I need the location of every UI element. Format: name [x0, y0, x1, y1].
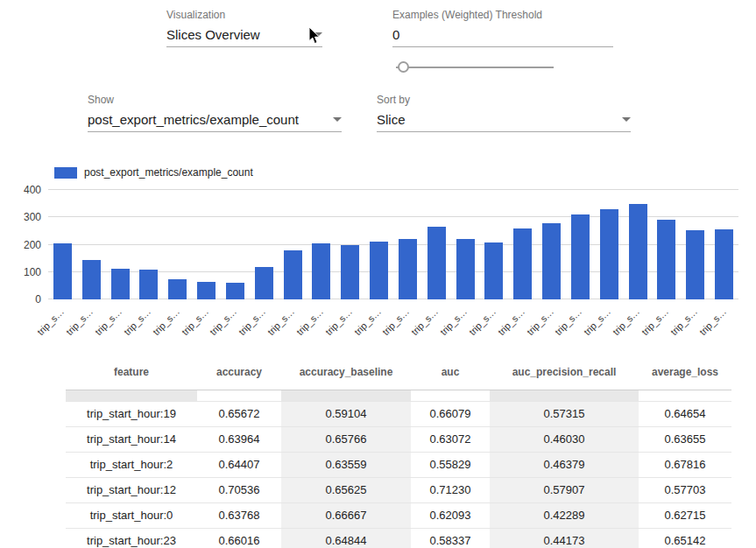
table-row[interactable]: trip_start_hour:190.656720.591040.660790… — [66, 402, 731, 427]
show-control: Show post_export_metrics/example_count — [88, 94, 342, 132]
filter-cell — [411, 390, 490, 401]
table-row[interactable]: trip_start_hour:230.660160.648440.583370… — [66, 529, 731, 548]
threshold-value: 0 — [392, 27, 399, 42]
y-axis-tick-label: 0 — [6, 293, 41, 306]
column-header-accuracy_baseline[interactable]: accuracy_baseline — [281, 355, 411, 390]
column-header-feature[interactable]: feature — [66, 355, 197, 390]
bar[interactable] — [82, 260, 101, 299]
metric-cell: 0.66667 — [281, 503, 411, 528]
filter-cell — [281, 390, 411, 401]
metric-cell: 0.42289 — [490, 503, 639, 528]
metric-cell: 0.46030 — [490, 427, 639, 452]
table-body: trip_start_hour:190.656720.591040.660790… — [66, 402, 731, 548]
bar[interactable] — [341, 245, 359, 300]
chevron-down-icon — [622, 117, 631, 122]
filter-cell — [490, 390, 639, 401]
feature-cell: trip_start_hour:12 — [66, 478, 197, 502]
bar[interactable] — [226, 283, 244, 299]
metric-cell: 0.62715 — [639, 503, 731, 528]
y-axis-tick-label: 300 — [6, 211, 41, 223]
chart-plot: 0100200300400trip_s…trip_s…trip_s…trip_s… — [48, 190, 738, 299]
threshold-label: Examples (Weighted) Threshold — [392, 9, 613, 21]
chevron-down-icon — [314, 32, 322, 37]
table-row[interactable]: trip_start_hour:120.705360.656250.712300… — [66, 478, 731, 503]
sort-by-control: Sort by Slice — [377, 94, 631, 132]
threshold-control: Examples (Weighted) Threshold 0 — [392, 9, 613, 47]
bar[interactable] — [600, 209, 618, 299]
chevron-down-icon — [333, 117, 342, 122]
bar[interactable] — [284, 250, 302, 299]
metric-cell: 0.55829 — [411, 453, 490, 477]
feature-cell: trip_start_hour:2 — [66, 453, 197, 477]
slider-track[interactable] — [396, 67, 554, 68]
column-header-accuracy[interactable]: accuracy — [197, 355, 281, 390]
table-row[interactable]: trip_start_hour:140.639640.657660.630720… — [66, 427, 731, 453]
bar[interactable] — [168, 279, 187, 299]
gridline — [48, 189, 738, 190]
table-filter-row — [66, 390, 731, 402]
visualization-label: Visualization — [166, 9, 322, 21]
metric-cell: 0.65672 — [197, 402, 281, 426]
metric-cell: 0.70536 — [197, 478, 281, 502]
table-header-row: featureaccuracyaccuracy_baselineaucauc_p… — [66, 355, 731, 390]
bar[interactable] — [53, 243, 72, 299]
metric-cell: 0.66079 — [411, 402, 490, 426]
sort-by-dropdown[interactable]: Slice — [377, 112, 631, 132]
metric-cell: 0.64407 — [197, 453, 281, 477]
metric-cell: 0.64844 — [281, 529, 411, 548]
bar[interactable] — [399, 239, 417, 299]
metric-cell: 0.65142 — [639, 529, 731, 548]
bar[interactable] — [629, 204, 647, 299]
metric-cell: 0.63768 — [197, 503, 281, 528]
visualization-value: Slices Overview — [166, 27, 260, 42]
bar[interactable] — [427, 227, 446, 299]
bar[interactable] — [197, 282, 215, 299]
feature-cell: trip_start_hour:14 — [66, 427, 197, 452]
y-axis-tick-label: 400 — [6, 184, 41, 196]
metric-cell: 0.57315 — [490, 402, 639, 426]
bar[interactable] — [484, 242, 503, 299]
show-dropdown[interactable]: post_export_metrics/example_count — [88, 112, 342, 132]
bar[interactable] — [513, 228, 532, 299]
bar[interactable] — [139, 270, 158, 299]
metric-cell: 0.57703 — [639, 478, 731, 502]
metric-cell: 0.67816 — [639, 453, 731, 477]
filter-cell — [197, 390, 281, 401]
column-header-average_loss[interactable]: average_loss — [639, 355, 731, 390]
show-label: Show — [88, 94, 342, 106]
metric-cell: 0.63072 — [411, 427, 490, 452]
bar[interactable] — [686, 230, 704, 299]
metric-cell: 0.59104 — [281, 402, 411, 426]
threshold-slider[interactable] — [396, 61, 554, 74]
metric-cell: 0.63559 — [281, 453, 411, 477]
table-row[interactable]: trip_start_hour:20.644070.635590.558290.… — [66, 453, 731, 478]
column-header-auc[interactable]: auc — [411, 355, 490, 390]
visualization-dropdown[interactable]: Slices Overview — [166, 27, 322, 47]
metric-cell: 0.65625 — [281, 478, 411, 502]
metric-cell: 0.63964 — [197, 427, 281, 452]
bar[interactable] — [657, 220, 675, 299]
bar[interactable] — [542, 223, 561, 299]
feature-cell: trip_start_hour:19 — [66, 402, 197, 426]
threshold-input[interactable]: 0 — [392, 27, 613, 47]
feature-cell: trip_start_hour:23 — [66, 529, 197, 548]
bar[interactable] — [370, 242, 388, 299]
sort-by-label: Sort by — [377, 94, 631, 106]
bar[interactable] — [571, 214, 590, 300]
feature-cell: trip_start_hour:0 — [66, 503, 197, 528]
slider-knob[interactable] — [398, 61, 409, 73]
filter-cell — [66, 390, 197, 401]
chart-legend: post_export_metrics/example_count — [54, 166, 253, 179]
bar[interactable] — [456, 239, 475, 299]
sort-by-value: Slice — [377, 112, 406, 127]
metric-cell: 0.71230 — [411, 478, 490, 502]
bar[interactable] — [255, 267, 273, 300]
bar[interactable] — [111, 269, 130, 299]
bar[interactable] — [312, 243, 330, 299]
column-header-auc_precision_recall[interactable]: auc_precision_recall — [490, 355, 639, 390]
legend-label: post_export_metrics/example_count — [84, 166, 253, 179]
metric-cell: 0.62093 — [411, 503, 490, 528]
metric-cell: 0.44173 — [490, 529, 639, 548]
bar[interactable] — [715, 229, 733, 299]
table-row[interactable]: trip_start_hour:00.637680.666670.620930.… — [66, 503, 731, 529]
